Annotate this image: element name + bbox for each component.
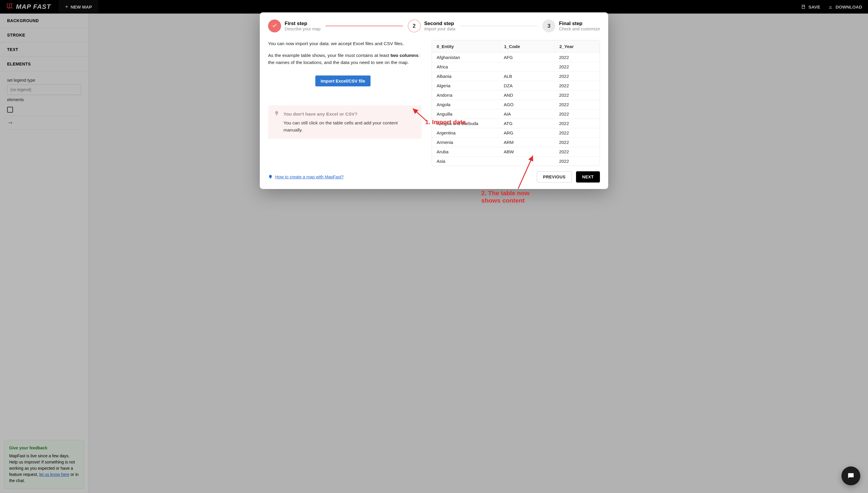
table-cell[interactable]: ARM (499, 138, 554, 147)
step-1: First step Describe your map (268, 19, 321, 33)
table-row[interactable]: AfghanistanAFG2022 (432, 52, 600, 62)
table-cell[interactable]: Afghanistan (432, 53, 499, 62)
plus-icon (65, 4, 68, 10)
table-row[interactable]: AnguillaAIA2022 (432, 109, 600, 119)
step-2-title: Second step (424, 21, 456, 26)
table-row[interactable]: ArubaABW2022 (432, 147, 600, 156)
table-cell[interactable]: ARG (499, 128, 554, 137)
step-2-number: 2 (408, 19, 421, 33)
table-cell[interactable]: 2022 (554, 109, 600, 119)
brand-logo: MAP FAST (6, 2, 51, 12)
download-button[interactable]: DOWNLOAD (828, 4, 862, 9)
table-cell[interactable]: DZA (499, 81, 554, 90)
table-cell[interactable]: Argentina (432, 128, 499, 137)
table-cell[interactable] (499, 62, 554, 71)
table-row[interactable]: Asia2022 (432, 156, 600, 166)
table-cell[interactable]: Asia (432, 156, 499, 166)
step-3-sub: Check and customize (559, 26, 600, 31)
legend-type-label: set legend type (7, 78, 81, 83)
import-instructions: You can now import your data: we accept … (268, 40, 422, 166)
table-cell[interactable]: Antigua and Barbuda (432, 119, 499, 128)
table-cell[interactable]: Armenia (432, 138, 499, 147)
import-p-pre: As the example table shows, your file mu… (268, 53, 390, 58)
howto-label: How to create a map with MapFast? (275, 175, 344, 179)
table-cell[interactable]: Angola (432, 100, 499, 109)
table-cell[interactable]: AGO (499, 100, 554, 109)
table-cell[interactable]: 2022 (554, 156, 600, 166)
panel-text[interactable]: TEXT (0, 42, 88, 57)
table-cell[interactable]: Andorra (432, 90, 499, 100)
table-header-entity[interactable]: 0_Entity (432, 40, 499, 52)
table-cell[interactable]: AIA (499, 109, 554, 119)
table-cell[interactable]: Algeria (432, 81, 499, 90)
table-cell[interactable]: 2022 (554, 119, 600, 128)
step-1-title: First step (285, 21, 321, 26)
new-map-button[interactable]: NEW MAP (58, 0, 98, 14)
table-cell[interactable]: ATG (499, 119, 554, 128)
bulb-icon (268, 175, 273, 179)
chat-bubble-button[interactable] (842, 467, 860, 485)
import-p-bold: two columns (390, 53, 418, 58)
table-cell[interactable] (499, 156, 554, 166)
hint-body: You can still click on the table cells a… (283, 120, 416, 133)
table-row[interactable]: AlbaniaALB2022 (432, 71, 600, 81)
table-cell[interactable]: 2022 (554, 62, 600, 71)
table-cell[interactable]: Africa (432, 62, 499, 71)
table-row[interactable]: AndorraAND2022 (432, 90, 600, 100)
bulb-icon (274, 111, 279, 133)
table-cell[interactable]: 2022 (554, 100, 600, 109)
element-arrow[interactable]: → (7, 116, 81, 130)
map-logo-icon (6, 2, 14, 12)
save-icon (801, 4, 806, 9)
table-header-code[interactable]: 1_Code (499, 40, 554, 52)
download-icon (828, 4, 833, 9)
import-file-button[interactable]: Import Excel/CSV file (315, 76, 370, 86)
previous-button[interactable]: PREVIOUS (537, 171, 571, 183)
table-row[interactable]: Antigua and BarbudaATG2022 (432, 119, 600, 128)
panel-stroke[interactable]: STROKE (0, 28, 88, 42)
table-cell[interactable]: 2022 (554, 90, 600, 100)
square-icon (7, 107, 13, 113)
table-cell[interactable]: AFG (499, 53, 554, 62)
feedback-link[interactable]: let us know here (39, 472, 69, 477)
feedback-title: Give your feedback (9, 445, 79, 451)
table-row[interactable]: AngolaAGO2022 (432, 100, 600, 109)
step-3-title: Final step (559, 21, 600, 26)
panel-elements[interactable]: ELEMENTS (0, 57, 88, 71)
stepper: First step Describe your map 2 Second st… (268, 19, 600, 33)
panel-background[interactable]: BACKGROUND (0, 14, 88, 28)
table-cell[interactable]: 2022 (554, 81, 600, 90)
legend-type-select[interactable]: (no legend) (7, 84, 81, 95)
import-modal: First step Describe your map 2 Second st… (260, 13, 608, 189)
step-2: 2 Second step Import your data (408, 19, 456, 33)
next-button[interactable]: NEXT (576, 171, 600, 183)
hint-box: You don't have any Excel or CSV? You can… (268, 105, 422, 139)
save-label: SAVE (808, 4, 820, 9)
arrow-right-icon: → (7, 119, 14, 127)
table-cell[interactable]: AND (499, 90, 554, 100)
table-row[interactable]: ArmeniaARM2022 (432, 137, 600, 147)
step-2-sub: Import your data (424, 26, 456, 31)
howto-link[interactable]: How to create a map with MapFast? (268, 175, 344, 179)
elements-label: elements (7, 97, 81, 102)
table-cell[interactable]: ALB (499, 72, 554, 81)
table-cell[interactable]: 2022 (554, 72, 600, 81)
table-cell[interactable]: Aruba (432, 147, 499, 156)
element-rect[interactable] (7, 104, 81, 116)
table-row[interactable]: AlgeriaDZA2022 (432, 81, 600, 90)
step-3: 3 Final step Check and customize (542, 19, 600, 33)
table-cell[interactable]: 2022 (554, 147, 600, 156)
top-bar: MAP FAST NEW MAP SAVE DOWNLOAD (0, 0, 868, 14)
data-preview-table: 0_Entity 1_Code 2_Year AfghanistanAFG202… (432, 40, 600, 166)
table-row[interactable]: Africa2022 (432, 62, 600, 71)
table-cell[interactable]: 2022 (554, 138, 600, 147)
table-header-year[interactable]: 2_Year (554, 40, 600, 52)
table-cell[interactable]: ABW (499, 147, 554, 156)
table-row[interactable]: ArgentinaARG2022 (432, 128, 600, 137)
table-cell[interactable]: 2022 (554, 53, 600, 62)
table-cell[interactable]: Albania (432, 72, 499, 81)
table-cell[interactable]: Anguilla (432, 109, 499, 119)
table-cell[interactable]: 2022 (554, 128, 600, 137)
new-map-label: NEW MAP (70, 4, 92, 9)
save-button[interactable]: SAVE (801, 4, 820, 9)
